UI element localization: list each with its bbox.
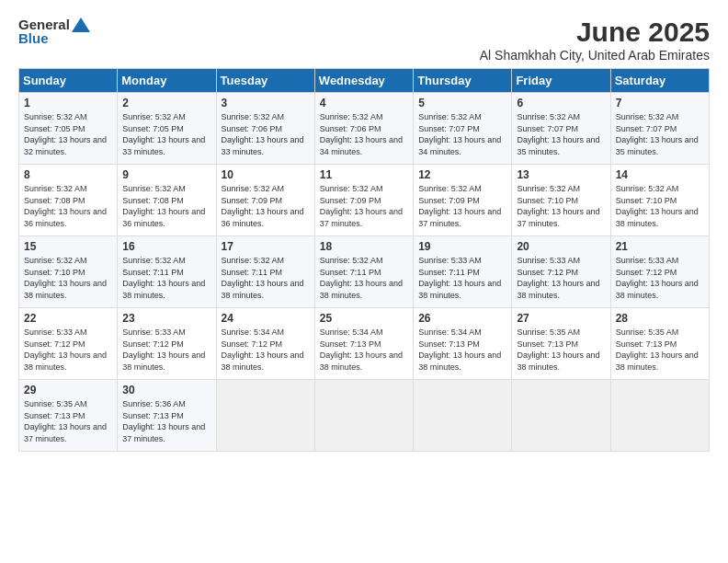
- calendar-day-cell: 29Sunrise: 5:35 AMSunset: 7:13 PMDayligh…: [19, 380, 118, 452]
- day-info: Sunrise: 5:34 AMSunset: 7:13 PMDaylight:…: [320, 327, 403, 372]
- day-info: Sunrise: 5:33 AMSunset: 7:12 PMDaylight:…: [517, 256, 599, 300]
- day-number: 26: [418, 312, 506, 325]
- day-info: Sunrise: 5:33 AMSunset: 7:12 PMDaylight:…: [616, 256, 699, 300]
- day-info: Sunrise: 5:35 AMSunset: 7:13 PMDaylight:…: [616, 327, 699, 372]
- calendar-week-row: 29Sunrise: 5:35 AMSunset: 7:13 PMDayligh…: [19, 380, 710, 452]
- calendar-day-cell: 25Sunrise: 5:34 AMSunset: 7:13 PMDayligh…: [314, 308, 413, 380]
- page: General Blue June 2025 Al Shamkhah City,…: [0, 0, 728, 563]
- day-info: Sunrise: 5:32 AMSunset: 7:07 PMDaylight:…: [616, 112, 699, 156]
- day-info: Sunrise: 5:32 AMSunset: 7:06 PMDaylight:…: [222, 112, 304, 156]
- day-number: 25: [320, 312, 408, 325]
- day-number: 5: [418, 97, 506, 109]
- calendar-week-row: 1Sunrise: 5:32 AMSunset: 7:05 PMDaylight…: [19, 93, 710, 165]
- day-number: 6: [517, 97, 605, 109]
- day-info: Sunrise: 5:33 AMSunset: 7:12 PMDaylight:…: [24, 327, 107, 372]
- day-number: 16: [122, 240, 210, 253]
- day-info: Sunrise: 5:32 AMSunset: 7:11 PMDaylight:…: [320, 256, 403, 300]
- day-number: 4: [320, 97, 408, 109]
- calendar-day-cell: 10Sunrise: 5:32 AMSunset: 7:09 PMDayligh…: [216, 165, 314, 236]
- calendar-day-header: Tuesday: [216, 69, 314, 93]
- calendar-day-cell: [314, 380, 413, 452]
- subtitle: Al Shamkhah City, United Arab Emirates: [480, 48, 710, 63]
- logo: General Blue: [18, 17, 90, 46]
- main-title: June 2025: [480, 17, 710, 48]
- calendar-day-cell: [414, 380, 512, 452]
- header: General Blue June 2025 Al Shamkhah City,…: [18, 17, 710, 63]
- calendar-day-cell: 19Sunrise: 5:33 AMSunset: 7:11 PMDayligh…: [414, 236, 512, 308]
- calendar-table: SundayMondayTuesdayWednesdayThursdayFrid…: [18, 68, 710, 452]
- calendar-day-header: Friday: [512, 69, 610, 93]
- calendar-day-cell: 21Sunrise: 5:33 AMSunset: 7:12 PMDayligh…: [610, 236, 709, 308]
- day-info: Sunrise: 5:32 AMSunset: 7:09 PMDaylight:…: [418, 184, 501, 228]
- day-info: Sunrise: 5:32 AMSunset: 7:05 PMDaylight:…: [24, 112, 107, 156]
- day-number: 1: [24, 97, 112, 109]
- day-number: 29: [24, 384, 112, 396]
- day-number: 2: [122, 97, 210, 109]
- calendar-day-cell: 1Sunrise: 5:32 AMSunset: 7:05 PMDaylight…: [19, 93, 118, 165]
- calendar-day-cell: 28Sunrise: 5:35 AMSunset: 7:13 PMDayligh…: [610, 308, 709, 380]
- calendar-day-header: Saturday: [610, 69, 709, 93]
- day-info: Sunrise: 5:32 AMSunset: 7:08 PMDaylight:…: [24, 184, 107, 228]
- calendar-day-cell: 2Sunrise: 5:32 AMSunset: 7:05 PMDaylight…: [118, 93, 216, 165]
- logo-icon: [72, 17, 90, 32]
- calendar-day-cell: 11Sunrise: 5:32 AMSunset: 7:09 PMDayligh…: [314, 165, 413, 236]
- calendar-day-header: Sunday: [19, 69, 118, 93]
- day-number: 10: [222, 168, 310, 181]
- calendar-day-cell: [216, 380, 314, 452]
- day-number: 3: [222, 97, 310, 109]
- calendar-day-cell: 14Sunrise: 5:32 AMSunset: 7:10 PMDayligh…: [610, 165, 709, 236]
- day-number: 20: [517, 240, 605, 253]
- calendar-day-cell: 27Sunrise: 5:35 AMSunset: 7:13 PMDayligh…: [512, 308, 610, 380]
- day-info: Sunrise: 5:32 AMSunset: 7:10 PMDaylight:…: [517, 184, 599, 228]
- calendar-day-cell: 12Sunrise: 5:32 AMSunset: 7:09 PMDayligh…: [414, 165, 512, 236]
- day-info: Sunrise: 5:33 AMSunset: 7:11 PMDaylight:…: [418, 256, 501, 300]
- day-number: 18: [320, 240, 408, 253]
- calendar-day-cell: 20Sunrise: 5:33 AMSunset: 7:12 PMDayligh…: [512, 236, 610, 308]
- calendar-day-cell: 8Sunrise: 5:32 AMSunset: 7:08 PMDaylight…: [19, 165, 118, 236]
- day-number: 27: [517, 312, 605, 325]
- day-number: 14: [616, 168, 704, 181]
- day-number: 21: [616, 240, 704, 253]
- calendar-day-header: Monday: [118, 69, 216, 93]
- day-info: Sunrise: 5:34 AMSunset: 7:13 PMDaylight:…: [418, 327, 501, 372]
- day-number: 23: [122, 312, 210, 325]
- day-number: 24: [222, 312, 310, 325]
- calendar-day-cell: 26Sunrise: 5:34 AMSunset: 7:13 PMDayligh…: [414, 308, 512, 380]
- day-info: Sunrise: 5:35 AMSunset: 7:13 PMDaylight:…: [24, 399, 107, 443]
- day-number: 8: [24, 168, 112, 181]
- day-info: Sunrise: 5:34 AMSunset: 7:12 PMDaylight:…: [222, 327, 304, 372]
- day-info: Sunrise: 5:32 AMSunset: 7:06 PMDaylight:…: [320, 112, 403, 156]
- calendar-day-cell: 15Sunrise: 5:32 AMSunset: 7:10 PMDayligh…: [19, 236, 118, 308]
- day-number: 30: [122, 384, 210, 396]
- day-number: 12: [418, 168, 506, 181]
- day-number: 19: [418, 240, 506, 253]
- calendar-week-row: 8Sunrise: 5:32 AMSunset: 7:08 PMDaylight…: [19, 165, 710, 236]
- svg-marker-0: [72, 17, 90, 32]
- calendar-day-cell: 17Sunrise: 5:32 AMSunset: 7:11 PMDayligh…: [216, 236, 314, 308]
- calendar-day-cell: 7Sunrise: 5:32 AMSunset: 7:07 PMDaylight…: [610, 93, 709, 165]
- title-block: June 2025 Al Shamkhah City, United Arab …: [480, 17, 710, 63]
- day-number: 13: [517, 168, 605, 181]
- calendar-week-row: 22Sunrise: 5:33 AMSunset: 7:12 PMDayligh…: [19, 308, 710, 380]
- calendar-day-cell: 5Sunrise: 5:32 AMSunset: 7:07 PMDaylight…: [414, 93, 512, 165]
- calendar-day-header: Wednesday: [314, 69, 413, 93]
- day-info: Sunrise: 5:32 AMSunset: 7:07 PMDaylight:…: [517, 112, 599, 156]
- day-number: 28: [616, 312, 704, 325]
- calendar-day-cell: 18Sunrise: 5:32 AMSunset: 7:11 PMDayligh…: [314, 236, 413, 308]
- day-number: 9: [122, 168, 210, 181]
- calendar-day-cell: [610, 380, 709, 452]
- day-info: Sunrise: 5:32 AMSunset: 7:09 PMDaylight:…: [320, 184, 403, 228]
- calendar-day-cell: 9Sunrise: 5:32 AMSunset: 7:08 PMDaylight…: [118, 165, 216, 236]
- calendar-header: SundayMondayTuesdayWednesdayThursdayFrid…: [19, 69, 710, 93]
- calendar-day-cell: 13Sunrise: 5:32 AMSunset: 7:10 PMDayligh…: [512, 165, 610, 236]
- day-info: Sunrise: 5:32 AMSunset: 7:05 PMDaylight:…: [122, 112, 205, 156]
- day-info: Sunrise: 5:32 AMSunset: 7:08 PMDaylight:…: [122, 184, 205, 228]
- calendar-day-cell: 6Sunrise: 5:32 AMSunset: 7:07 PMDaylight…: [512, 93, 610, 165]
- day-info: Sunrise: 5:32 AMSunset: 7:10 PMDaylight:…: [24, 256, 107, 300]
- calendar-day-cell: 4Sunrise: 5:32 AMSunset: 7:06 PMDaylight…: [314, 93, 413, 165]
- calendar-day-cell: 22Sunrise: 5:33 AMSunset: 7:12 PMDayligh…: [19, 308, 118, 380]
- calendar-day-cell: 16Sunrise: 5:32 AMSunset: 7:11 PMDayligh…: [118, 236, 216, 308]
- day-number: 17: [222, 240, 310, 253]
- calendar-day-header: Thursday: [414, 69, 512, 93]
- day-info: Sunrise: 5:32 AMSunset: 7:11 PMDaylight:…: [122, 256, 205, 300]
